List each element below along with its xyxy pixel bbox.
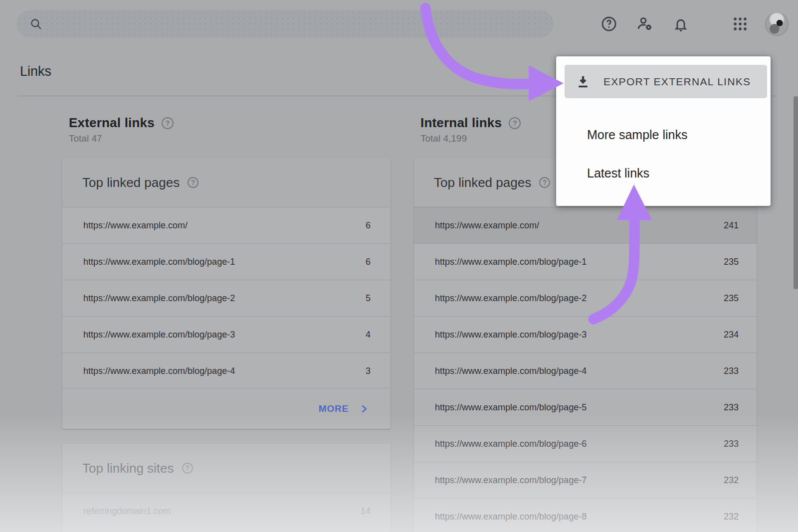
manage-users-button[interactable] xyxy=(633,12,656,35)
question-circle-icon[interactable]: ? xyxy=(188,177,199,188)
notifications-icon xyxy=(672,15,689,32)
notifications-button[interactable] xyxy=(669,12,692,35)
table-row[interactable]: https://www.example.com/blog/page-7 232 xyxy=(414,462,757,498)
search-input[interactable] xyxy=(42,13,554,34)
table-row[interactable]: https://www.example.com/blog/page-3 234 xyxy=(414,316,757,353)
table-row[interactable]: https://www.example.com/blog/page-4 3 xyxy=(62,353,391,389)
avatar[interactable] xyxy=(765,12,789,36)
question-circle-icon[interactable]: ? xyxy=(182,463,193,474)
menu-item-latest-links[interactable]: Latest links xyxy=(556,161,771,185)
table-row[interactable]: https://www.example.com/blog/page-2 5 xyxy=(62,280,391,316)
card-title: Top linked pages xyxy=(434,175,531,190)
question-circle-icon[interactable]: ? xyxy=(162,117,174,129)
menu-item-more-sample-links[interactable]: More sample links xyxy=(556,123,771,147)
search-bar[interactable] xyxy=(16,10,554,38)
search-icon xyxy=(29,17,42,30)
card-title: Top linking sites xyxy=(82,461,174,476)
scrollbar-thumb[interactable] xyxy=(794,96,798,289)
page-title: Links xyxy=(20,64,51,79)
question-circle-icon[interactable]: ? xyxy=(509,117,521,129)
table-row[interactable]: https://www.example.com/blog/page-2 235 xyxy=(414,280,757,316)
table-row[interactable]: referringdomain1.com 14 xyxy=(62,493,391,529)
table-row[interactable]: https://www.example.com/blog/page-6 233 xyxy=(414,425,757,462)
internal-links-heading: Internal links xyxy=(420,115,502,131)
table-row[interactable]: https://www.example.com/ 241 xyxy=(414,207,757,243)
help-button[interactable] xyxy=(598,12,620,35)
top-linking-sites-card: Top linking sites ? referringdomain1.com… xyxy=(62,444,391,532)
external-total: Total 47 xyxy=(69,133,174,144)
external-links-heading: External links xyxy=(69,115,155,131)
links-report-page: Links External links ? Total 47 Internal… xyxy=(0,0,798,532)
internal-total: Total 4,199 xyxy=(420,133,521,144)
table-row[interactable]: https://www.example.com/blog/page-1 6 xyxy=(62,243,391,280)
table-row[interactable]: https://www.example.com/blog/page-1 235 xyxy=(414,243,757,280)
download-icon xyxy=(576,74,591,89)
apps-grid-button[interactable] xyxy=(729,12,752,35)
external-top-linked-pages-card: Top linked pages ? https://www.example.c… xyxy=(62,158,391,429)
table-row[interactable]: https://www.example.com/blog/page-3 4 xyxy=(62,316,391,353)
manage-users-icon xyxy=(636,15,654,33)
table-row[interactable]: https://www.example.com/ 6 xyxy=(62,207,391,243)
table-row[interactable]: https://www.example.com/blog/page-4 233 xyxy=(414,353,757,389)
help-icon xyxy=(600,15,617,32)
question-circle-icon[interactable]: ? xyxy=(539,177,550,188)
more-link[interactable]: MORE xyxy=(62,388,391,429)
card-title: Top linked pages xyxy=(82,175,180,190)
export-external-links-button[interactable]: EXPORT EXTERNAL LINKS xyxy=(565,65,767,98)
apps-grid-icon xyxy=(732,15,749,32)
chevron-right-icon xyxy=(360,404,369,413)
export-dropdown: EXPORT EXTERNAL LINKS More sample links … xyxy=(556,56,771,206)
table-row[interactable]: https://www.example.com/blog/page-8 232 xyxy=(414,498,757,532)
table-row[interactable]: https://www.example.com/blog/page-5 233 xyxy=(414,389,757,425)
internal-top-linked-pages-card: Top linked pages ? https://www.example.c… xyxy=(414,158,757,532)
